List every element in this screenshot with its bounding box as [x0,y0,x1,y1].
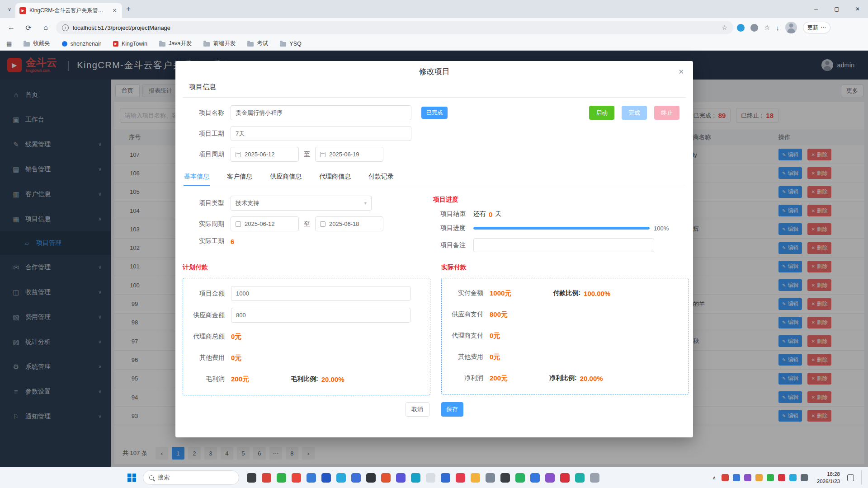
actual-end-input[interactable]: 2025-06-18 [315,216,383,231]
taskbar-app-icon[interactable] [351,473,361,483]
notification-icon[interactable] [847,474,854,481]
name-label: 项目名称 [189,109,224,117]
period-label: 项目周期 [189,150,224,159]
taskbar-app-icon[interactable] [471,473,480,483]
taskbar-app-icon[interactable] [292,473,301,483]
browser-tab[interactable]: ▶ KingCRM-金斗云客户关系管理系统 ✕ [15,3,122,18]
window-maximize-button[interactable]: ▢ [826,0,847,18]
clock-date: 2026/1/23 [817,478,840,485]
browser-profile-avatar[interactable] [785,22,797,33]
show-desktop-button[interactable] [861,470,863,485]
modal-tab[interactable]: 供应商信息 [269,168,302,186]
cancel-button[interactable]: 取消 [406,402,429,417]
taskbar-app-icon[interactable] [277,473,286,483]
window-close-button[interactable]: ✕ [847,0,868,18]
taskbar-app-icon[interactable] [441,473,450,483]
tray-icon[interactable] [801,474,808,481]
browser-update-button[interactable]: 更新 ⋯ [803,22,830,33]
taskbar-app-icon[interactable] [307,473,316,483]
basic-info-section: 项目类型 技术支持 ▾ 实际周期 2025-06-12 至 202 [183,196,686,258]
supplier-amount-input[interactable] [231,308,410,323]
taskbar-app-icon[interactable] [530,473,540,483]
clock-time: 18:28 [817,470,840,478]
project-amount-input[interactable] [231,286,410,301]
tray-icon[interactable] [744,474,751,481]
bookmark-item[interactable]: KingTowin [113,41,147,47]
period-start-value: 2025-06-12 [245,151,275,158]
modal-tab[interactable]: 基本信息 [184,168,210,186]
finish-button[interactable]: 完成 [622,106,647,120]
tray-icon[interactable] [778,474,785,481]
taskbar-app-icon[interactable] [366,473,376,483]
bookmark-item[interactable]: Java开发 [159,40,192,47]
modal-tab[interactable]: 客户信息 [226,168,253,186]
bookmarks-panel-icon[interactable]: ▤ [6,40,12,47]
address-bar[interactable]: localhost:5173/project/projectManage ☆ [56,21,733,34]
taskbar-app-icon[interactable] [411,473,420,483]
taskbar-app-icon[interactable] [456,473,465,483]
save-button[interactable]: 保存 [441,402,463,417]
project-duration-input[interactable] [231,126,411,141]
bookmark-label: 收藏夹 [33,40,50,47]
taskbar-clock[interactable]: 18:28 2026/1/23 [817,470,840,485]
bookmark-item[interactable]: 前端开发 [203,40,236,47]
taskbar-app-icon[interactable] [247,473,256,483]
terminate-button[interactable]: 终止 [654,106,679,120]
modal-close-icon[interactable]: ✕ [678,68,684,76]
project-name-input[interactable] [231,105,411,120]
period-end-input[interactable]: 2025-06-19 [315,147,383,162]
bookmark-star-icon[interactable]: ☆ [722,24,727,31]
taskbar-app-icon[interactable] [500,473,510,483]
taskbar-search[interactable]: 搜索 [143,470,239,485]
browser-tab-strip: ∨ ▶ KingCRM-金斗云客户关系管理系统 ✕ + ─ ▢ ✕ [0,0,868,18]
tab-title: KingCRM-金斗云客户关系管理系统 [29,7,108,14]
bookmark-item[interactable]: 收藏夹 [24,40,50,47]
taskbar-app-icon[interactable] [262,473,271,483]
refresh-icon[interactable]: ⟳ [22,21,35,34]
taskbar-app-icon[interactable] [336,473,346,483]
period-row: 项目周期 2025-06-12 至 2025-06-19 [189,147,686,162]
tray-icon[interactable] [722,474,729,481]
back-icon[interactable]: ← [5,21,18,34]
actual-start-input[interactable]: 2025-06-12 [231,216,299,231]
modal-tab[interactable]: 代理商信息 [319,168,351,186]
extension-icon[interactable] [737,24,745,32]
taskbar-app-icon[interactable] [545,473,555,483]
taskbar-app-icon[interactable] [381,473,391,483]
taskbar-app-icon[interactable] [321,473,331,483]
pay-ratio-value: 100.00% [584,290,610,297]
remark-input[interactable] [473,238,654,252]
project-type-select[interactable]: 技术支持 ▾ [231,196,372,211]
taskbar-app-icon[interactable] [575,473,585,483]
duration-label: 项目工期 [189,130,224,138]
calendar-icon [236,152,241,157]
bookmark-item[interactable]: shenzhenair [62,41,101,47]
new-tab-button[interactable]: + [122,5,135,14]
modal-tab[interactable]: 付款记录 [368,168,394,186]
download-icon[interactable]: ↓ [776,24,779,32]
tray-icon[interactable] [755,474,763,481]
progress-bar [473,227,650,230]
favorites-bar-icon[interactable]: ☆ [764,23,770,32]
taskbar-app-icon[interactable] [515,473,525,483]
taskbar-app-icon[interactable] [590,473,599,483]
tab-close-icon[interactable]: ✕ [111,8,118,14]
tray-icon[interactable] [767,474,774,481]
tab-search-chevron-icon[interactable]: ∨ [4,6,15,12]
start-button[interactable]: 启动 [589,106,614,120]
window-minimize-button[interactable]: ─ [806,0,826,18]
bookmark-item[interactable]: YSQ [280,41,301,47]
taskbar-app-icon[interactable] [426,473,435,483]
home-icon[interactable]: ⌂ [39,21,52,34]
site-info-icon[interactable] [62,24,69,31]
start-button[interactable] [127,474,136,482]
bookmark-item[interactable]: 考试 [247,40,268,47]
taskbar-app-icon[interactable] [560,473,570,483]
taskbar-app-icon[interactable] [486,473,495,483]
tray-expand-icon[interactable]: ∧ [712,475,716,481]
taskbar-app-icon[interactable] [396,473,406,483]
period-start-input[interactable]: 2025-06-12 [231,147,299,162]
tray-icon[interactable] [789,474,797,481]
extensions-menu-icon[interactable] [750,24,758,32]
tray-icon[interactable] [733,474,740,481]
